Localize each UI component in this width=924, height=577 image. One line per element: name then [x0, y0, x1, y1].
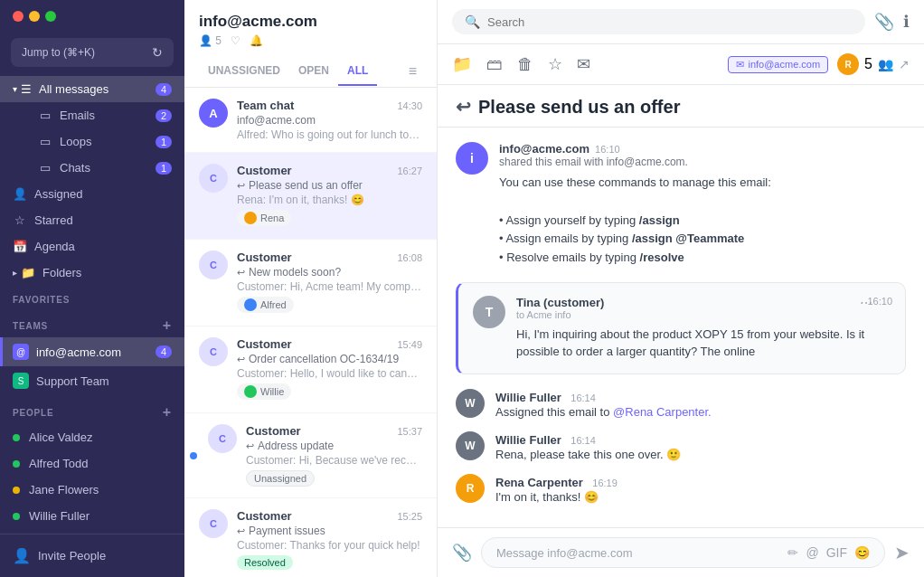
person-willie[interactable]: Willie Fuller [0, 503, 184, 529]
assign-avatar[interactable]: R [837, 53, 859, 75]
star-toolbar-icon[interactable]: ☆ [548, 54, 562, 74]
tab-all[interactable]: ALL [338, 57, 377, 86]
inbox-subject-customer-3: ↩ Order cancellation OC-1634/19 [237, 353, 422, 365]
inbox-item-content: Customer 15:37 ↩ Address update Customer… [246, 424, 422, 487]
folder-icon[interactable]: 📁 [452, 54, 472, 74]
avatar-team-chat: A [199, 99, 228, 128]
edit-icon[interactable]: ✏ [787, 545, 798, 560]
jump-to-button[interactable]: Jump to (⌘+K) ↻ [11, 38, 174, 67]
activity-willie-2: W Willie Fuller 16:14 Rena, please take … [456, 431, 906, 461]
email-badge-label: info@acme.com [748, 59, 820, 70]
star-menu-icon: ☆ [13, 213, 27, 227]
inbox-preview-customer-5: Customer: Thanks for your quick help! [237, 539, 422, 552]
tag-avatar-rena [244, 212, 257, 224]
inbox-item-content: Customer 15:49 ↩ Order cancellation OC-1… [237, 337, 422, 402]
online-dot-alice [13, 434, 20, 441]
message-input-box[interactable]: Message info@acme.com ✏ @ GIF 😊 [481, 537, 885, 568]
person-jane[interactable]: Jane Flowers [0, 477, 184, 503]
online-dot-alfred [13, 460, 20, 468]
inbox-heart-icon: ♡ [231, 34, 240, 47]
mention-icon[interactable]: @ [806, 545, 818, 560]
attach-icon[interactable]: 📎 [452, 543, 472, 563]
send-icon[interactable]: ➤ [894, 542, 910, 563]
subject-reenter-icon: ↩ [456, 96, 471, 118]
team-item-support[interactable]: S Support Team [0, 366, 184, 395]
person-alfred[interactable]: Alfred Todd [0, 450, 184, 477]
inbox-item-customer-3[interactable]: C Customer 15:49 ↩ Order cancellation OC… [184, 326, 437, 413]
team-item-info-acme[interactable]: @ info@acme.com 4 [0, 337, 184, 366]
sidebar-item-assigned[interactable]: 👤 Assigned [0, 181, 184, 207]
tab-open[interactable]: OPEN [289, 57, 338, 86]
unassigned-chip: Unassigned [246, 470, 315, 487]
toolbar-left: 📁 🗃 🗑 ☆ ✉ [452, 54, 590, 74]
inbox-item-customer-5[interactable]: C Customer 15:25 ↩ Payment issues Custom… [184, 498, 437, 577]
inbox-item-row: A Team chat 14:30 info@acme.com Alfred: … [199, 99, 422, 141]
tina-time: 16:10 [867, 296, 892, 307]
gif-icon[interactable]: GIF [826, 545, 847, 560]
inbox-item-customer-2[interactable]: C Customer 16:08 ↩ New models soon? Cust… [184, 240, 437, 326]
close-button[interactable] [13, 11, 24, 22]
main-input-area: 📎 Message info@acme.com ✏ @ GIF 😊 ➤ [438, 527, 924, 577]
external-link-icon[interactable]: ↗ [899, 57, 910, 71]
message-placeholder: Message info@acme.com [496, 546, 780, 560]
team-badge-info-acme: 4 [156, 345, 172, 358]
system-from-label: info@acme.com [499, 142, 589, 156]
avatar-customer-1: C [199, 164, 228, 193]
emoji-icon[interactable]: 😊 [854, 545, 870, 560]
filter-icon[interactable]: ≡ [403, 56, 422, 87]
add-person-button[interactable]: + [163, 404, 172, 421]
tag-avatar-willie [244, 385, 257, 398]
archive-icon[interactable]: 🗃 [486, 55, 503, 74]
inbox-preview-customer-3: Customer: Hello, I would like to cancel … [237, 367, 422, 380]
inbox-item-content: Team chat 14:30 info@acme.com Alfred: Wh… [237, 99, 422, 141]
rena-avatar: R [456, 474, 485, 503]
inbox-time-customer-1: 16:27 [397, 166, 422, 176]
invite-people-button[interactable]: 👤 Invite People [0, 534, 184, 577]
sidebar-item-agenda[interactable]: 📅 Agenda [0, 233, 184, 260]
search-bar[interactable]: 🔍 [452, 9, 865, 34]
sidebar-item-all-messages[interactable]: ▾ ☰ All messages 4 [0, 76, 184, 102]
inbox-from-customer-3: Customer [237, 337, 292, 351]
willie-avatar-2: W [456, 431, 485, 460]
tab-unassigned[interactable]: UNASSIGNED [199, 57, 289, 86]
all-messages-label: All messages [39, 82, 108, 96]
inbox-item-customer-1[interactable]: C Customer 16:27 ↩ Please send us an off… [184, 153, 437, 240]
inbox-time-customer-2: 16:08 [397, 252, 422, 263]
inbox-assigned-count: 👤 5 [199, 34, 222, 47]
inbox-item-customer-4[interactable]: C Customer 15:37 ↩ Address update Custom… [184, 413, 437, 498]
tina-sub: to Acme info [516, 309, 891, 320]
willie-2-time: 16:14 [570, 435, 596, 446]
email-icon[interactable]: ✉ [577, 54, 590, 74]
search-input[interactable] [487, 15, 853, 29]
person-alice[interactable]: Alice Valdez [0, 424, 184, 450]
agenda-label: Agenda [34, 240, 75, 253]
willie-1-text: Assigned this email to @Rena Carpenter. [495, 405, 906, 419]
info-icon[interactable]: ℹ [903, 12, 910, 32]
willie-2-from: Willie Fuller [495, 433, 561, 447]
inbox-subject-customer-5: ↩ Payment issues [237, 525, 422, 537]
sidebar-item-chats[interactable]: ▭ Chats 1 [25, 155, 184, 181]
tina-text: Hi, I'm inquiring about the product XOPY… [516, 326, 891, 361]
inbox-item-row: C Customer 15:37 ↩ Address update Custom… [199, 424, 422, 487]
trash-icon[interactable]: 🗑 [517, 55, 533, 74]
sidebar-item-loops[interactable]: ▭ Loops 1 [25, 128, 184, 155]
sidebar-item-starred[interactable]: ☆ Starred [0, 207, 184, 233]
sidebar-item-folders[interactable]: ▸ 📁 Folders [0, 260, 184, 286]
sidebar-item-emails[interactable]: ▭ Emails 2 [25, 102, 184, 128]
inbox-item-row: C Customer 15:49 ↩ Order cancellation OC… [199, 337, 422, 402]
inbox-item-team-chat[interactable]: A Team chat 14:30 info@acme.com Alfred: … [184, 88, 437, 153]
inbox-item-header: Team chat 14:30 [237, 99, 422, 112]
attachment-icon[interactable]: 📎 [874, 12, 894, 32]
reenter-icon-3: ↩ [237, 354, 245, 365]
inbox-subject-team-chat: info@acme.com [237, 114, 422, 127]
folders-chevron-icon: ▸ [13, 268, 17, 278]
reenter-icon: ↩ [237, 180, 245, 192]
loops-icon: ▭ [38, 135, 52, 148]
add-team-button[interactable]: + [163, 317, 172, 334]
minimize-button[interactable] [29, 11, 40, 22]
avatar-customer-2: C [199, 251, 228, 279]
inbox-header: info@acme.com 👤 5 ♡ 🔔 UNASSIGNED OPEN AL… [184, 0, 437, 88]
top-right-icons: 📎 ℹ [874, 12, 910, 32]
inbox-item-content: Customer 16:08 ↩ New models soon? Custom… [237, 251, 422, 315]
maximize-button[interactable] [45, 11, 56, 22]
